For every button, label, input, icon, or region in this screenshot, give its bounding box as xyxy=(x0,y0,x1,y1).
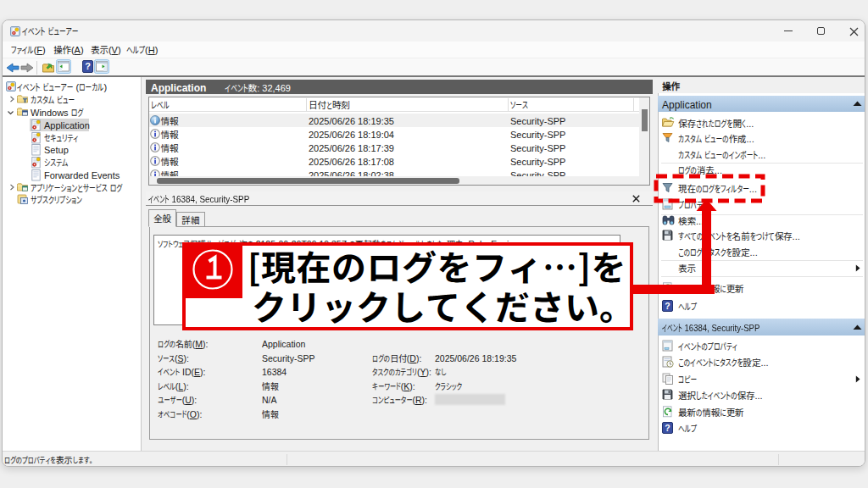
svg-text:?: ? xyxy=(85,61,91,71)
svg-text:?: ? xyxy=(665,423,670,433)
svg-text:?: ? xyxy=(665,300,670,310)
